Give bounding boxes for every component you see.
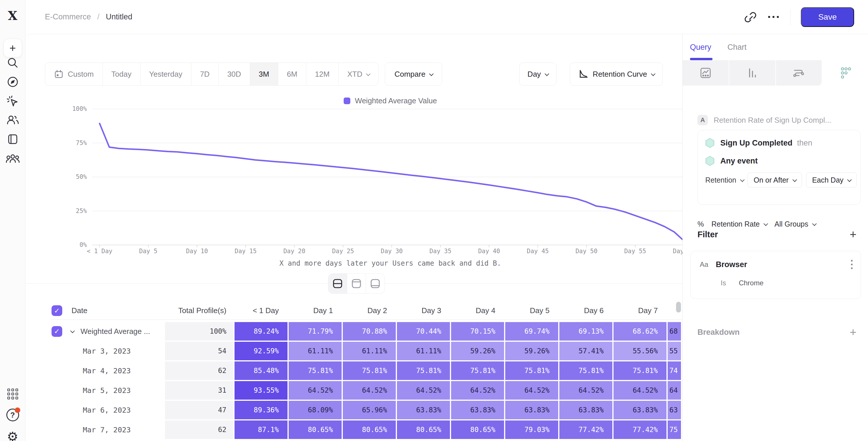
compass-icon[interactable] [6,75,19,88]
tab-chart[interactable]: Chart [727,34,747,60]
retention-cell[interactable]: 80.65% [289,420,342,439]
retention-cell[interactable]: 71.79% [289,322,342,341]
retention-cell[interactable]: 69.74% [505,322,558,341]
split-view-button[interactable] [328,274,347,293]
bar-chart-icon[interactable] [729,60,776,86]
add-breakdown-icon[interactable]: + [850,326,857,338]
breadcrumb-parent[interactable]: E-Commerce [45,12,91,22]
retention-cell[interactable]: 79.03% [505,420,558,439]
kebab-menu-icon[interactable] [851,260,852,269]
add-filter-icon[interactable]: + [850,229,857,240]
groups-dropdown[interactable]: All Groups [774,220,815,228]
search-icon[interactable] [6,56,19,69]
retention-cell[interactable]: 64.52% [451,381,504,400]
cohort-icon[interactable] [6,153,20,166]
retention-cell[interactable]: 77.42% [559,420,612,439]
retention-cell-clipped[interactable]: 64 [668,381,681,400]
filter-card[interactable]: Aa Browser Is Chrome [690,251,861,299]
measure-dropdown[interactable]: Retention Rate [711,220,767,228]
range-today[interactable]: Today [103,63,141,85]
retention-cell[interactable]: 63.83% [397,401,450,419]
retention-cell[interactable]: 75.81% [614,361,666,380]
retention-cell[interactable]: 80.65% [451,420,504,439]
range-7d[interactable]: 7D [191,63,219,85]
query-step-2[interactable]: Any event [705,156,861,166]
retention-cell-clipped[interactable]: 63 [668,401,681,419]
retention-cell[interactable]: 87.1% [235,420,287,439]
retention-mode-dropdown[interactable]: Retention [705,176,744,184]
range-xtd[interactable]: XTD [338,63,378,85]
create-new-button[interactable]: + [3,39,22,57]
users-icon[interactable] [6,114,20,127]
query-step-1[interactable]: Sign Up Completed then [705,138,861,148]
retention-cell[interactable]: 64.52% [614,381,666,400]
apps-grid-icon[interactable] [7,389,18,399]
filter-value[interactable]: Chrome [739,279,764,287]
help-icon[interactable]: ? [6,409,19,421]
table-row[interactable]: Mar 7, 20236287.1%80.65%80.65%80.65%80.6… [52,420,682,439]
retention-cell[interactable]: 55.56% [614,342,666,360]
retention-cell[interactable]: 64.52% [505,381,558,400]
retention-cell[interactable]: 63.83% [451,401,504,419]
query-title[interactable]: Retention Rate of Sign Up Compl... [714,116,831,125]
retention-cell[interactable]: 70.88% [343,322,396,341]
granularity-dropdown[interactable]: Day [519,63,556,86]
table-row[interactable]: Mar 3, 20235492.59%61.11%61.11%61.11%59.… [52,342,682,360]
retention-cell[interactable]: 69.13% [559,322,612,341]
retention-cell[interactable]: 70.44% [397,322,450,341]
retention-cell[interactable]: 93.55% [235,381,287,400]
breadcrumb-current[interactable]: Untitled [106,12,133,22]
retention-cell[interactable]: 89.36% [235,401,287,419]
range-yesterday[interactable]: Yesterday [141,63,191,85]
retention-cell[interactable]: 59.26% [451,342,504,360]
retention-cell[interactable]: 75.81% [505,361,558,380]
retention-cell[interactable]: 64.52% [343,381,396,400]
retention-cell[interactable]: 65.96% [343,401,396,419]
chart-legend[interactable]: Weighted Average Value [92,96,682,105]
more-options-icon[interactable] [767,11,780,24]
retention-cell-clipped[interactable]: 68 [668,322,681,341]
retention-cell[interactable]: 64.52% [289,381,342,400]
save-button[interactable]: Save [801,7,854,27]
retention-cell[interactable]: 61.11% [289,342,342,360]
table-row[interactable]: Mar 4, 20236285.48%75.81%75.81%75.81%75.… [52,361,682,380]
retention-cell[interactable]: 64.52% [559,381,612,400]
filter-property[interactable]: Browser [716,260,851,269]
retention-cell[interactable]: 77.42% [614,420,666,439]
expand-chevron-icon[interactable] [70,328,75,333]
retention-grid-icon[interactable] [822,60,868,86]
retention-cell[interactable]: 80.65% [343,420,396,439]
retention-cell[interactable]: 75.81% [343,361,396,380]
retention-cell[interactable]: 68.62% [614,322,666,341]
retention-cell[interactable]: 57.41% [559,342,612,360]
chart-type-dropdown[interactable]: Retention Curve [570,63,663,86]
filter-operator[interactable]: Is [721,279,726,287]
notebook-icon[interactable] [6,133,19,146]
retention-cell[interactable]: 80.65% [397,420,450,439]
retention-cell[interactable]: 61.11% [397,342,450,360]
tab-query[interactable]: Query [690,34,711,60]
retention-curve-chart[interactable] [92,109,682,248]
vertical-scrollbar[interactable] [676,302,681,313]
table-row[interactable]: Mar 5, 20233193.55%64.52%64.52%64.52%64.… [52,381,682,400]
retention-cell[interactable]: 75.81% [289,361,342,380]
table-row[interactable]: ✓Weighted Average ...100%89.24%71.79%70.… [52,322,682,341]
table-row[interactable]: Mar 6, 20234789.36%68.09%65.96%63.83%63.… [52,401,682,419]
retention-cell[interactable]: 75.81% [397,361,450,380]
row-checkbox[interactable]: ✓ [52,326,62,337]
range-3m[interactable]: 3M [250,63,278,85]
bottom-view-button[interactable] [366,274,384,293]
flows-icon[interactable] [776,60,822,86]
retention-cell[interactable]: 75.81% [451,361,504,380]
insights-chart-icon[interactable] [683,60,729,86]
retention-cell[interactable]: 70.15% [451,322,504,341]
retention-cell[interactable]: 63.83% [559,401,612,419]
retention-cell[interactable]: 59.26% [505,342,558,360]
app-logo[interactable]: X [8,9,18,23]
operator-dropdown[interactable]: On or After [748,172,802,188]
cursor-click-icon[interactable] [6,95,20,108]
compare-button[interactable]: Compare [385,63,442,86]
range-6m[interactable]: 6M [278,63,306,85]
retention-cell[interactable]: 61.11% [343,342,396,360]
range-custom[interactable]: Custom [45,63,103,85]
